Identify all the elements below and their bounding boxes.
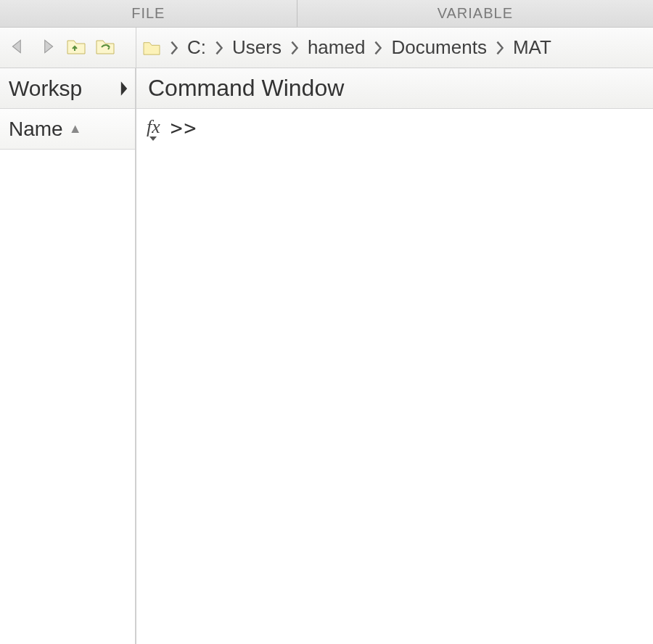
command-window-panel: Command Window fx >> [136, 68, 653, 644]
ribbon-tabs: FILE VARIABLE [0, 0, 653, 28]
command-window-title: Command Window [136, 68, 653, 109]
path-segment-4[interactable]: MAT [509, 35, 556, 60]
workspace-panel: Worksp Name ▲ [0, 68, 136, 644]
arrow-right-icon [38, 37, 57, 59]
expand-panel-button[interactable] [119, 80, 129, 97]
command-window-body[interactable]: fx >> [136, 109, 653, 644]
chevron-right-icon [374, 41, 382, 55]
up-folder-button[interactable] [65, 38, 87, 58]
back-button[interactable] [7, 37, 29, 59]
forward-button[interactable] [36, 37, 58, 59]
chevron-right-icon [215, 41, 223, 55]
sort-asc-icon: ▲ [69, 121, 82, 136]
tab-variable[interactable]: VARIABLE [297, 0, 653, 27]
folder-arrow-icon [95, 37, 115, 59]
path-segment-2[interactable]: hamed [303, 35, 370, 60]
command-input[interactable] [208, 116, 643, 140]
workspace-title: Worksp [9, 76, 82, 101]
workspace-list[interactable] [0, 150, 135, 644]
workspace-column-name[interactable]: Name ▲ [0, 109, 135, 150]
chevron-right-icon [290, 41, 299, 55]
path-segment-0[interactable]: C: [183, 35, 210, 60]
chevron-right-icon [496, 41, 504, 55]
nav-buttons [0, 28, 136, 68]
tab-file[interactable]: FILE [0, 0, 297, 27]
workspace-title-bar: Worksp [0, 68, 135, 109]
chevron-right-icon [170, 41, 178, 55]
toolbar: C: Users hamed Documents MAT [0, 28, 653, 68]
address-bar[interactable]: C: Users hamed Documents MAT [136, 28, 653, 68]
main-body: Worksp Name ▲ Command Window fx >> [0, 68, 653, 644]
path-segment-3[interactable]: Documents [387, 35, 491, 60]
column-label: Name [9, 118, 63, 141]
arrow-left-icon [9, 37, 28, 59]
browse-folder-button[interactable] [94, 38, 116, 58]
fx-button[interactable]: fx [147, 116, 160, 138]
folder-up-icon [66, 37, 86, 59]
command-prompt: >> [171, 116, 198, 140]
path-segment-1[interactable]: Users [228, 35, 286, 60]
folder-icon [142, 40, 161, 56]
